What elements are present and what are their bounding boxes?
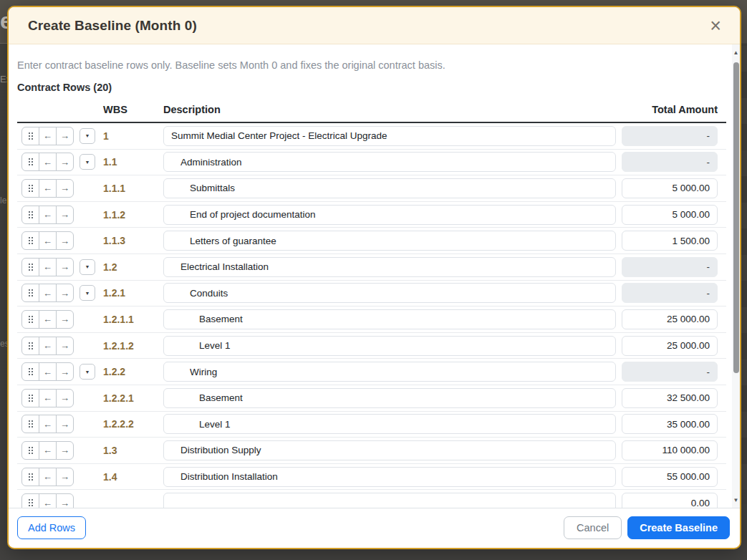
description-input[interactable] <box>163 336 616 356</box>
indent-button[interactable]: → <box>56 468 74 486</box>
drag-dots-icon <box>28 289 34 297</box>
amount-input[interactable] <box>622 152 718 172</box>
outdent-button[interactable]: ← <box>39 337 57 355</box>
outdent-button[interactable]: ← <box>39 415 57 433</box>
drag-handle[interactable] <box>21 127 39 145</box>
amount-input[interactable] <box>622 362 718 382</box>
amount-input[interactable] <box>622 231 718 251</box>
scrollbar-thumb[interactable] <box>733 62 739 373</box>
wbs-code: 1.1 <box>103 156 158 168</box>
collapse-toggle-icon[interactable]: ▼ <box>79 285 95 301</box>
description-input[interactable] <box>163 178 616 198</box>
description-input[interactable] <box>163 309 616 329</box>
amount-input[interactable] <box>622 414 718 434</box>
indent-button[interactable]: → <box>56 362 74 381</box>
wbs-code: 1.1.1 <box>103 183 158 194</box>
description-input[interactable] <box>163 440 616 460</box>
amount-input[interactable] <box>622 257 718 277</box>
drag-handle[interactable] <box>21 258 39 276</box>
description-input[interactable] <box>163 414 616 434</box>
collapse-toggle-icon[interactable]: ▼ <box>79 128 95 144</box>
description-input[interactable] <box>163 126 616 146</box>
amount-input[interactable] <box>622 388 718 408</box>
description-input[interactable] <box>163 362 616 382</box>
indent-button[interactable]: → <box>56 493 74 508</box>
drag-handle[interactable] <box>21 284 39 302</box>
indent-button[interactable]: → <box>56 284 74 302</box>
create-baseline-button[interactable]: Create Baseline <box>627 516 730 539</box>
indent-button[interactable]: → <box>56 258 74 276</box>
row-button-group: ← → <box>21 362 74 381</box>
description-input[interactable] <box>163 467 616 487</box>
amount-input[interactable] <box>622 467 718 487</box>
outdent-button[interactable]: ← <box>39 493 57 508</box>
table-row: ← → ▼ 1.2.2.1 <box>17 385 726 412</box>
description-input[interactable] <box>163 257 616 277</box>
description-cell <box>163 205 616 225</box>
outdent-button[interactable]: ← <box>39 389 57 407</box>
row-controls: ← → ▼ <box>17 441 97 460</box>
indent-button[interactable]: → <box>56 206 74 224</box>
description-input[interactable] <box>163 493 616 508</box>
collapse-toggle-icon[interactable]: ▼ <box>79 259 95 275</box>
description-input[interactable] <box>163 152 616 172</box>
indent-button[interactable]: → <box>56 179 74 198</box>
amount-input[interactable] <box>622 309 718 329</box>
outdent-button[interactable]: ← <box>39 206 57 224</box>
indent-button[interactable]: → <box>56 415 74 433</box>
outdent-button[interactable]: ← <box>39 179 57 198</box>
indent-button[interactable]: → <box>56 337 74 355</box>
amount-input[interactable] <box>622 336 718 356</box>
collapse-toggle-icon[interactable]: ▼ <box>79 364 95 380</box>
indent-button[interactable]: → <box>56 310 74 329</box>
table-header: WBS Description Total Amount <box>17 100 726 123</box>
indent-button[interactable]: → <box>56 127 74 145</box>
description-input[interactable] <box>163 231 616 251</box>
drag-handle[interactable] <box>21 337 39 355</box>
indent-button[interactable]: → <box>56 153 74 171</box>
scroll-up-icon[interactable]: ▲ <box>732 47 740 57</box>
cancel-button[interactable]: Cancel <box>564 516 622 539</box>
description-input[interactable] <box>163 283 616 303</box>
drag-dots-icon <box>28 446 34 455</box>
drag-handle[interactable] <box>21 362 39 381</box>
outdent-button[interactable]: ← <box>39 127 57 145</box>
amount-input[interactable] <box>622 283 718 303</box>
outdent-button[interactable]: ← <box>39 258 57 276</box>
scroll-down-icon[interactable]: ▼ <box>732 495 740 505</box>
drag-handle[interactable] <box>21 415 39 433</box>
amount-cell <box>622 126 718 146</box>
collapse-toggle-icon[interactable]: ▼ <box>79 154 95 170</box>
drag-handle[interactable] <box>21 153 39 171</box>
description-input[interactable] <box>163 205 616 225</box>
indent-button[interactable]: → <box>56 231 74 250</box>
amount-input[interactable] <box>622 126 718 146</box>
outdent-button[interactable]: ← <box>39 441 57 460</box>
outdent-button[interactable]: ← <box>39 231 57 250</box>
amount-input[interactable] <box>622 178 718 198</box>
description-cell <box>163 178 616 198</box>
amount-input[interactable] <box>622 440 718 460</box>
drag-handle[interactable] <box>21 441 39 460</box>
indent-button[interactable]: → <box>56 389 74 407</box>
drag-handle[interactable] <box>21 493 39 508</box>
drag-handle[interactable] <box>21 206 39 224</box>
amount-input[interactable] <box>622 493 718 508</box>
drag-handle[interactable] <box>21 179 39 198</box>
drag-handle[interactable] <box>21 468 39 486</box>
outdent-button[interactable]: ← <box>39 284 57 302</box>
outdent-button[interactable]: ← <box>39 362 57 381</box>
close-icon[interactable]: × <box>708 19 723 33</box>
amount-cell <box>622 362 718 382</box>
outdent-button[interactable]: ← <box>39 153 57 171</box>
drag-handle[interactable] <box>21 231 39 250</box>
add-rows-button[interactable]: Add Rows <box>17 516 86 539</box>
amount-input[interactable] <box>622 205 718 225</box>
drag-handle[interactable] <box>21 389 39 407</box>
drag-handle[interactable] <box>21 310 39 329</box>
description-input[interactable] <box>163 388 616 408</box>
outdent-button[interactable]: ← <box>39 310 57 329</box>
vertical-scrollbar[interactable]: ▲ ▼ <box>732 44 740 508</box>
outdent-button[interactable]: ← <box>39 468 57 486</box>
indent-button[interactable]: → <box>56 441 74 460</box>
